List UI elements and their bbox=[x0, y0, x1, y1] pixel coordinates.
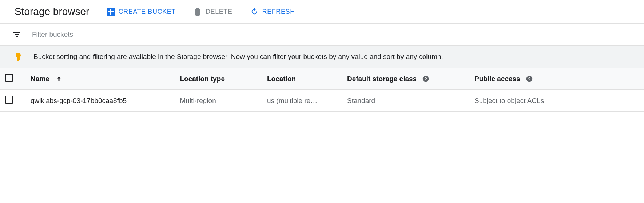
delete-label: DELETE bbox=[206, 8, 232, 16]
refresh-button[interactable]: REFRESH bbox=[250, 7, 295, 16]
create-bucket-button[interactable]: CREATE BUCKET bbox=[107, 8, 176, 16]
sort-asc-icon bbox=[56, 76, 62, 82]
lightbulb-icon bbox=[14, 52, 23, 61]
location-type-cell: Multi-region bbox=[175, 90, 262, 112]
storage-class-cell: Standard bbox=[342, 90, 469, 112]
svg-text:?: ? bbox=[528, 77, 530, 81]
column-label: Default storage class bbox=[347, 75, 417, 83]
filter-icon[interactable] bbox=[12, 30, 21, 39]
column-header-storage-class[interactable]: Default storage class ? bbox=[342, 68, 469, 90]
tip-text: Bucket sorting and filtering are availab… bbox=[33, 53, 443, 61]
column-header-location-type[interactable]: Location type bbox=[175, 68, 262, 90]
buckets-table: Name Location type Location Default stor… bbox=[0, 68, 644, 112]
column-label: Name bbox=[31, 75, 49, 83]
filter-input[interactable] bbox=[32, 31, 178, 39]
column-label: Location bbox=[267, 75, 296, 83]
column-header-name[interactable]: Name bbox=[25, 68, 175, 90]
column-header-location[interactable]: Location bbox=[262, 68, 342, 90]
help-icon[interactable]: ? bbox=[422, 75, 429, 83]
table-row[interactable]: qwiklabs-gcp-03-17bb0caa8fb5 Multi-regio… bbox=[0, 90, 644, 112]
location-cell: us (multiple re… bbox=[262, 90, 342, 112]
tip-banner: Bucket sorting and filtering are availab… bbox=[0, 46, 644, 68]
refresh-icon bbox=[250, 7, 259, 16]
refresh-label: REFRESH bbox=[262, 8, 295, 16]
column-header-public-access[interactable]: Public access ? bbox=[469, 68, 644, 90]
row-checkbox[interactable] bbox=[5, 96, 13, 104]
plus-icon bbox=[107, 8, 115, 16]
table-header-row: Name Location type Location Default stor… bbox=[0, 68, 644, 90]
select-all-checkbox[interactable] bbox=[5, 74, 13, 82]
page-title: Storage browser bbox=[15, 6, 89, 17]
trash-icon bbox=[193, 7, 202, 16]
delete-button[interactable]: DELETE bbox=[193, 7, 232, 16]
toolbar: CREATE BUCKET DELETE REFRESH bbox=[107, 7, 295, 16]
column-label: Location type bbox=[180, 75, 225, 83]
filter-bar bbox=[0, 24, 644, 46]
public-access-cell: Subject to object ACLs bbox=[469, 90, 644, 112]
bucket-name-cell[interactable]: qwiklabs-gcp-03-17bb0caa8fb5 bbox=[25, 90, 175, 112]
svg-text:?: ? bbox=[425, 77, 427, 81]
create-bucket-label: CREATE BUCKET bbox=[118, 8, 176, 16]
column-label: Public access bbox=[474, 75, 520, 83]
help-icon[interactable]: ? bbox=[526, 75, 533, 83]
